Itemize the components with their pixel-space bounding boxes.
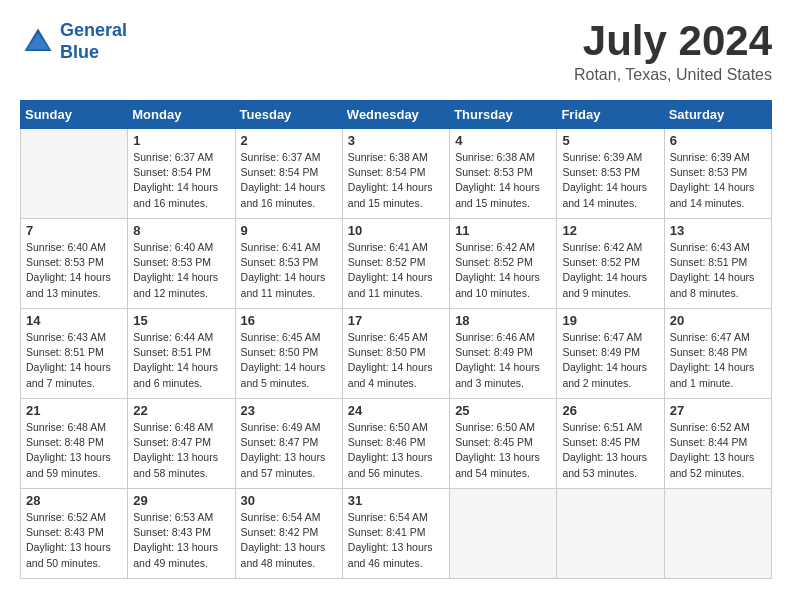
week-row-4: 28Sunrise: 6:52 AMSunset: 8:43 PMDayligh… xyxy=(21,489,772,579)
day-info: Sunrise: 6:41 AMSunset: 8:53 PMDaylight:… xyxy=(241,240,337,301)
day-number: 12 xyxy=(562,223,658,238)
calendar-cell: 4Sunrise: 6:38 AMSunset: 8:53 PMDaylight… xyxy=(450,129,557,219)
calendar-cell: 7Sunrise: 6:40 AMSunset: 8:53 PMDaylight… xyxy=(21,219,128,309)
calendar-cell: 23Sunrise: 6:49 AMSunset: 8:47 PMDayligh… xyxy=(235,399,342,489)
day-info: Sunrise: 6:42 AMSunset: 8:52 PMDaylight:… xyxy=(562,240,658,301)
day-info: Sunrise: 6:52 AMSunset: 8:44 PMDaylight:… xyxy=(670,420,766,481)
calendar-cell: 12Sunrise: 6:42 AMSunset: 8:52 PMDayligh… xyxy=(557,219,664,309)
day-number: 5 xyxy=(562,133,658,148)
day-number: 23 xyxy=(241,403,337,418)
day-number: 24 xyxy=(348,403,444,418)
day-info: Sunrise: 6:50 AMSunset: 8:46 PMDaylight:… xyxy=(348,420,444,481)
day-number: 3 xyxy=(348,133,444,148)
day-info: Sunrise: 6:52 AMSunset: 8:43 PMDaylight:… xyxy=(26,510,122,571)
day-number: 1 xyxy=(133,133,229,148)
day-info: Sunrise: 6:38 AMSunset: 8:54 PMDaylight:… xyxy=(348,150,444,211)
day-info: Sunrise: 6:49 AMSunset: 8:47 PMDaylight:… xyxy=(241,420,337,481)
day-info: Sunrise: 6:53 AMSunset: 8:43 PMDaylight:… xyxy=(133,510,229,571)
calendar-cell: 14Sunrise: 6:43 AMSunset: 8:51 PMDayligh… xyxy=(21,309,128,399)
calendar-cell: 26Sunrise: 6:51 AMSunset: 8:45 PMDayligh… xyxy=(557,399,664,489)
day-info: Sunrise: 6:47 AMSunset: 8:49 PMDaylight:… xyxy=(562,330,658,391)
day-info: Sunrise: 6:44 AMSunset: 8:51 PMDaylight:… xyxy=(133,330,229,391)
calendar-cell: 3Sunrise: 6:38 AMSunset: 8:54 PMDaylight… xyxy=(342,129,449,219)
day-info: Sunrise: 6:54 AMSunset: 8:42 PMDaylight:… xyxy=(241,510,337,571)
page-header: General Blue July 2024 Rotan, Texas, Uni… xyxy=(20,20,772,84)
day-header-wednesday: Wednesday xyxy=(342,101,449,129)
logo-text: General Blue xyxy=(60,20,127,63)
calendar-cell: 31Sunrise: 6:54 AMSunset: 8:41 PMDayligh… xyxy=(342,489,449,579)
calendar-cell: 15Sunrise: 6:44 AMSunset: 8:51 PMDayligh… xyxy=(128,309,235,399)
day-number: 31 xyxy=(348,493,444,508)
day-number: 14 xyxy=(26,313,122,328)
day-number: 15 xyxy=(133,313,229,328)
day-info: Sunrise: 6:40 AMSunset: 8:53 PMDaylight:… xyxy=(133,240,229,301)
calendar-cell: 20Sunrise: 6:47 AMSunset: 8:48 PMDayligh… xyxy=(664,309,771,399)
day-number: 27 xyxy=(670,403,766,418)
day-number: 4 xyxy=(455,133,551,148)
day-number: 26 xyxy=(562,403,658,418)
calendar-cell xyxy=(450,489,557,579)
calendar-cell: 30Sunrise: 6:54 AMSunset: 8:42 PMDayligh… xyxy=(235,489,342,579)
day-header-sunday: Sunday xyxy=(21,101,128,129)
calendar-cell: 11Sunrise: 6:42 AMSunset: 8:52 PMDayligh… xyxy=(450,219,557,309)
calendar-cell: 17Sunrise: 6:45 AMSunset: 8:50 PMDayligh… xyxy=(342,309,449,399)
day-number: 28 xyxy=(26,493,122,508)
day-info: Sunrise: 6:48 AMSunset: 8:48 PMDaylight:… xyxy=(26,420,122,481)
day-number: 13 xyxy=(670,223,766,238)
title-block: July 2024 Rotan, Texas, United States xyxy=(574,20,772,84)
day-info: Sunrise: 6:46 AMSunset: 8:49 PMDaylight:… xyxy=(455,330,551,391)
day-number: 16 xyxy=(241,313,337,328)
day-header-monday: Monday xyxy=(128,101,235,129)
day-number: 9 xyxy=(241,223,337,238)
calendar-cell xyxy=(21,129,128,219)
calendar-cell: 10Sunrise: 6:41 AMSunset: 8:52 PMDayligh… xyxy=(342,219,449,309)
calendar-cell: 16Sunrise: 6:45 AMSunset: 8:50 PMDayligh… xyxy=(235,309,342,399)
calendar-cell xyxy=(557,489,664,579)
day-header-thursday: Thursday xyxy=(450,101,557,129)
day-info: Sunrise: 6:50 AMSunset: 8:45 PMDaylight:… xyxy=(455,420,551,481)
calendar-cell xyxy=(664,489,771,579)
day-info: Sunrise: 6:48 AMSunset: 8:47 PMDaylight:… xyxy=(133,420,229,481)
day-number: 10 xyxy=(348,223,444,238)
day-info: Sunrise: 6:45 AMSunset: 8:50 PMDaylight:… xyxy=(348,330,444,391)
day-info: Sunrise: 6:37 AMSunset: 8:54 PMDaylight:… xyxy=(133,150,229,211)
day-number: 22 xyxy=(133,403,229,418)
month-title: July 2024 xyxy=(574,20,772,62)
day-number: 21 xyxy=(26,403,122,418)
day-number: 2 xyxy=(241,133,337,148)
day-header-saturday: Saturday xyxy=(664,101,771,129)
day-info: Sunrise: 6:47 AMSunset: 8:48 PMDaylight:… xyxy=(670,330,766,391)
day-number: 25 xyxy=(455,403,551,418)
day-info: Sunrise: 6:37 AMSunset: 8:54 PMDaylight:… xyxy=(241,150,337,211)
calendar-cell: 22Sunrise: 6:48 AMSunset: 8:47 PMDayligh… xyxy=(128,399,235,489)
day-header-friday: Friday xyxy=(557,101,664,129)
logo-line1: General xyxy=(60,20,127,40)
day-info: Sunrise: 6:54 AMSunset: 8:41 PMDaylight:… xyxy=(348,510,444,571)
calendar-cell: 29Sunrise: 6:53 AMSunset: 8:43 PMDayligh… xyxy=(128,489,235,579)
day-number: 20 xyxy=(670,313,766,328)
calendar-cell: 1Sunrise: 6:37 AMSunset: 8:54 PMDaylight… xyxy=(128,129,235,219)
day-number: 8 xyxy=(133,223,229,238)
day-info: Sunrise: 6:40 AMSunset: 8:53 PMDaylight:… xyxy=(26,240,122,301)
day-info: Sunrise: 6:43 AMSunset: 8:51 PMDaylight:… xyxy=(670,240,766,301)
day-info: Sunrise: 6:51 AMSunset: 8:45 PMDaylight:… xyxy=(562,420,658,481)
calendar-cell: 2Sunrise: 6:37 AMSunset: 8:54 PMDaylight… xyxy=(235,129,342,219)
day-number: 7 xyxy=(26,223,122,238)
day-number: 29 xyxy=(133,493,229,508)
calendar-table: SundayMondayTuesdayWednesdayThursdayFrid… xyxy=(20,100,772,579)
day-info: Sunrise: 6:43 AMSunset: 8:51 PMDaylight:… xyxy=(26,330,122,391)
calendar-cell: 24Sunrise: 6:50 AMSunset: 8:46 PMDayligh… xyxy=(342,399,449,489)
day-info: Sunrise: 6:41 AMSunset: 8:52 PMDaylight:… xyxy=(348,240,444,301)
week-row-0: 1Sunrise: 6:37 AMSunset: 8:54 PMDaylight… xyxy=(21,129,772,219)
calendar-cell: 5Sunrise: 6:39 AMSunset: 8:53 PMDaylight… xyxy=(557,129,664,219)
day-info: Sunrise: 6:39 AMSunset: 8:53 PMDaylight:… xyxy=(562,150,658,211)
day-info: Sunrise: 6:38 AMSunset: 8:53 PMDaylight:… xyxy=(455,150,551,211)
calendar-cell: 8Sunrise: 6:40 AMSunset: 8:53 PMDaylight… xyxy=(128,219,235,309)
calendar-cell: 18Sunrise: 6:46 AMSunset: 8:49 PMDayligh… xyxy=(450,309,557,399)
week-row-3: 21Sunrise: 6:48 AMSunset: 8:48 PMDayligh… xyxy=(21,399,772,489)
calendar-cell: 19Sunrise: 6:47 AMSunset: 8:49 PMDayligh… xyxy=(557,309,664,399)
day-number: 18 xyxy=(455,313,551,328)
day-number: 19 xyxy=(562,313,658,328)
logo: General Blue xyxy=(20,20,127,63)
day-number: 11 xyxy=(455,223,551,238)
